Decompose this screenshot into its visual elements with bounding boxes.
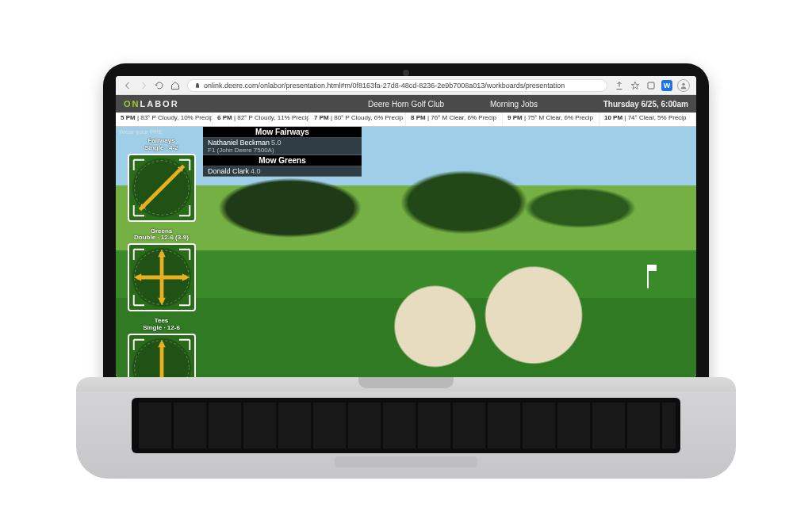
- job-header: Mow Fairways: [203, 127, 362, 138]
- laptop-mockup: onlink.deere.com/onlabor/presentation.ht…: [103, 63, 709, 460]
- datetime-label: Thursday 6/25, 6:00am: [603, 100, 688, 109]
- direction-tile-fairways[interactable]: [128, 154, 196, 222]
- trackpad: [335, 456, 477, 467]
- weather-cell: 7 PM | 80° P Cloudy, 6% Precip: [309, 113, 406, 126]
- job-row[interactable]: Donald Clark4.0: [203, 166, 362, 177]
- svg-rect-0: [648, 82, 654, 89]
- app-logo: ONLABOR: [124, 99, 179, 109]
- tile-label: GreensDouble · 12-6 (3-9): [124, 228, 199, 242]
- job-row[interactable]: Nathaniel Beckman5.0 F1 (John Deere 7500…: [203, 138, 362, 155]
- home-button[interactable]: [170, 80, 181, 91]
- extension-icon[interactable]: [645, 80, 657, 91]
- profile-avatar[interactable]: [677, 79, 690, 92]
- app-header: ONLABOR Deere Horn Golf Club Morning Job…: [116, 95, 696, 113]
- direction-sidebar: FairwaysSingle · 4-2: [124, 138, 199, 377]
- weather-strip: 5 PM | 83° P Cloudy, 10% Precip 6 PM | 8…: [116, 113, 696, 127]
- browser-chrome: onlink.deere.com/onlabor/presentation.ht…: [116, 76, 696, 95]
- weather-cell: 9 PM | 75° M Clear, 6% Precip: [503, 113, 599, 126]
- direction-tile-tees[interactable]: [128, 334, 196, 377]
- laptop-base: [76, 377, 736, 496]
- app-viewport: ONLABOR Deere Horn Golf Club Morning Job…: [116, 95, 696, 377]
- svg-marker-9: [158, 250, 166, 258]
- keyboard-keys: [132, 398, 680, 453]
- svg-marker-15: [158, 340, 166, 348]
- job-board: Mow Fairways Nathaniel Beckman5.0 F1 (Jo…: [203, 127, 362, 177]
- job-header: Mow Greens: [203, 155, 362, 166]
- star-button[interactable]: [630, 80, 641, 91]
- share-button[interactable]: [614, 80, 625, 91]
- reload-button[interactable]: [154, 80, 165, 91]
- weather-cell: 10 PM | 74° Clear, 5% Precip: [599, 113, 696, 126]
- tile-label: TeesSingle · 12-6: [124, 318, 199, 332]
- tile-label: FairwaysSingle · 4-2: [124, 138, 199, 152]
- job-equipment: F1 (John Deere 7500A): [208, 147, 357, 154]
- screen: onlink.deere.com/onlabor/presentation.ht…: [116, 76, 696, 377]
- url-text: onlink.deere.com/onlabor/presentation.ht…: [204, 82, 565, 90]
- svg-point-1: [682, 82, 684, 85]
- weather-cell: 8 PM | 76° M Clear, 6% Precip: [406, 113, 503, 126]
- lock-icon: [194, 82, 201, 89]
- address-bar[interactable]: onlink.deere.com/onlabor/presentation.ht…: [187, 79, 607, 92]
- weather-cell: 6 PM | 82° P Cloudy, 11% Precip: [213, 113, 309, 126]
- direction-tile-greens[interactable]: [128, 243, 196, 311]
- svg-line-3: [140, 166, 183, 209]
- content-area: Wear your PPE FairwaysSingle · 4-2: [116, 127, 696, 377]
- shift-label: Morning Jobs: [490, 100, 538, 109]
- ppe-note: Wear your PPE: [119, 128, 163, 135]
- word-extension-icon[interactable]: W: [661, 80, 672, 91]
- weather-cell: 5 PM | 83° P Cloudy, 10% Precip: [116, 113, 213, 126]
- forward-button[interactable]: [138, 80, 149, 91]
- back-button[interactable]: [122, 80, 133, 91]
